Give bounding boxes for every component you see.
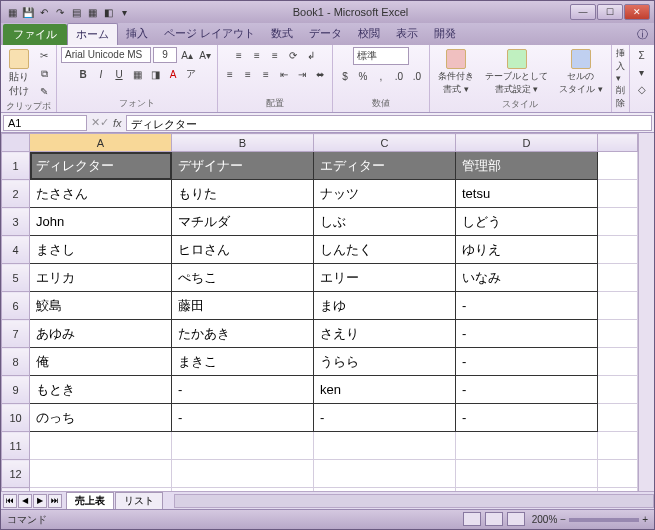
enter-formula-icon[interactable]: ✓ xyxy=(100,116,109,129)
minimize-button[interactable]: — xyxy=(570,4,596,20)
sheet-nav-last-icon[interactable]: ⏭ xyxy=(48,494,62,508)
sheet-tab[interactable]: 売上表 xyxy=(66,492,114,509)
zoom-level[interactable]: 200% xyxy=(532,514,558,525)
page-break-view-button[interactable] xyxy=(507,512,525,526)
cell[interactable] xyxy=(456,460,598,488)
cell[interactable]: エリカ xyxy=(30,264,172,292)
indent-decrease-icon[interactable]: ⇤ xyxy=(276,66,292,82)
cell[interactable] xyxy=(598,208,638,236)
decrease-decimal-icon[interactable]: .0 xyxy=(409,68,425,84)
ribbon-tab-6[interactable]: 表示 xyxy=(388,23,426,45)
cell[interactable]: - xyxy=(314,404,456,432)
ribbon-tab-0[interactable]: ホーム xyxy=(67,23,118,45)
column-header[interactable] xyxy=(598,134,638,152)
row-header[interactable]: 9 xyxy=(2,376,30,404)
cell[interactable] xyxy=(598,460,638,488)
spreadsheet-grid[interactable]: ABCD1ディレクターデザイナーエディター管理部2たささんもりたナッツtetsu… xyxy=(1,133,638,491)
format-as-table-button[interactable]: テーブルとして 書式設定 ▾ xyxy=(481,47,552,98)
cell[interactable]: 鮫島 xyxy=(30,292,172,320)
fill-icon[interactable]: ▾ xyxy=(634,65,650,81)
cell[interactable]: さえり xyxy=(314,320,456,348)
cell[interactable]: - xyxy=(456,320,598,348)
qat-item[interactable]: ▦ xyxy=(85,5,99,19)
fill-color-button[interactable]: ◨ xyxy=(147,66,163,82)
row-header[interactable]: 4 xyxy=(2,236,30,264)
qat-item[interactable]: ▾ xyxy=(117,5,131,19)
currency-icon[interactable]: $ xyxy=(337,68,353,84)
cell[interactable]: デザイナー xyxy=(172,152,314,180)
page-layout-view-button[interactable] xyxy=(485,512,503,526)
select-all-corner[interactable] xyxy=(2,134,30,152)
cell[interactable] xyxy=(598,404,638,432)
number-format-combo[interactable]: 標準 xyxy=(353,47,409,65)
cell[interactable] xyxy=(314,460,456,488)
cell[interactable] xyxy=(172,488,314,492)
cell[interactable]: ゆりえ xyxy=(456,236,598,264)
clear-icon[interactable]: ◇ xyxy=(634,82,650,98)
italic-button[interactable]: I xyxy=(93,66,109,82)
cell[interactable]: マチルダ xyxy=(172,208,314,236)
cell[interactable]: John xyxy=(30,208,172,236)
cell[interactable] xyxy=(30,488,172,492)
cell[interactable]: 俺 xyxy=(30,348,172,376)
cell[interactable] xyxy=(598,264,638,292)
cell[interactable]: しぶ xyxy=(314,208,456,236)
orientation-icon[interactable]: ⟳ xyxy=(285,47,301,63)
fx-icon[interactable]: fx xyxy=(113,117,122,129)
align-right-icon[interactable]: ≡ xyxy=(258,66,274,82)
phonetic-button[interactable]: ア xyxy=(183,66,199,82)
cell[interactable] xyxy=(598,348,638,376)
cell[interactable] xyxy=(314,432,456,460)
ribbon-tab-5[interactable]: 校閲 xyxy=(350,23,388,45)
cell[interactable] xyxy=(456,432,598,460)
cell-styles-button[interactable]: セルの スタイル ▾ xyxy=(555,47,607,98)
cell[interactable] xyxy=(598,236,638,264)
align-left-icon[interactable]: ≡ xyxy=(222,66,238,82)
row-header[interactable]: 12 xyxy=(2,460,30,488)
ribbon-tab-3[interactable]: 数式 xyxy=(263,23,301,45)
cell[interactable]: まゆ xyxy=(314,292,456,320)
align-top-icon[interactable]: ≡ xyxy=(231,47,247,63)
cell[interactable] xyxy=(598,292,638,320)
cell[interactable]: しんたく xyxy=(314,236,456,264)
cell[interactable] xyxy=(598,488,638,492)
undo-icon[interactable]: ↶ xyxy=(37,5,51,19)
row-header[interactable]: 13 xyxy=(2,488,30,492)
font-name-combo[interactable]: Arial Unicode MS xyxy=(61,47,151,63)
cell[interactable]: - xyxy=(456,404,598,432)
font-size-combo[interactable]: 9 xyxy=(153,47,177,63)
cell[interactable]: ディレクター xyxy=(30,152,172,180)
name-box[interactable]: A1 xyxy=(3,115,87,131)
cell[interactable]: ぺちこ xyxy=(172,264,314,292)
ribbon-tab-2[interactable]: ページ レイアウト xyxy=(156,23,263,45)
align-center-icon[interactable]: ≡ xyxy=(240,66,256,82)
cell[interactable]: 藤田 xyxy=(172,292,314,320)
maximize-button[interactable]: ☐ xyxy=(597,4,623,20)
zoom-out-button[interactable]: − xyxy=(560,514,566,525)
cell[interactable]: - xyxy=(456,376,598,404)
save-icon[interactable]: 💾 xyxy=(21,5,35,19)
cell[interactable]: いなみ xyxy=(456,264,598,292)
paste-button[interactable]: 貼り付け xyxy=(5,47,33,100)
ribbon-tab-7[interactable]: 開発 xyxy=(426,23,464,45)
redo-icon[interactable]: ↷ xyxy=(53,5,67,19)
cell[interactable] xyxy=(172,432,314,460)
align-middle-icon[interactable]: ≡ xyxy=(249,47,265,63)
sort-filter-button[interactable]: 並べ替えと フィルター ▾ xyxy=(652,47,655,98)
border-button[interactable]: ▦ xyxy=(129,66,145,82)
grid-scroll[interactable]: ABCD1ディレクターデザイナーエディター管理部2たささんもりたナッツtetsu… xyxy=(1,133,638,491)
cell[interactable]: ナッツ xyxy=(314,180,456,208)
row-header[interactable]: 8 xyxy=(2,348,30,376)
cell[interactable]: - xyxy=(456,348,598,376)
cell[interactable]: あゆみ xyxy=(30,320,172,348)
copy-icon[interactable]: ⧉ xyxy=(36,66,52,82)
cell[interactable] xyxy=(598,180,638,208)
ribbon-help-icon[interactable]: ⓘ xyxy=(631,24,654,45)
insert-cells-button[interactable]: 挿入 ▾ xyxy=(616,47,625,83)
cell[interactable]: もりた xyxy=(172,180,314,208)
cell[interactable]: ヒロさん xyxy=(172,236,314,264)
ribbon-tab-1[interactable]: 挿入 xyxy=(118,23,156,45)
column-header[interactable]: A xyxy=(30,134,172,152)
cell[interactable]: - xyxy=(456,292,598,320)
formula-input[interactable]: ディレクター xyxy=(126,115,652,131)
